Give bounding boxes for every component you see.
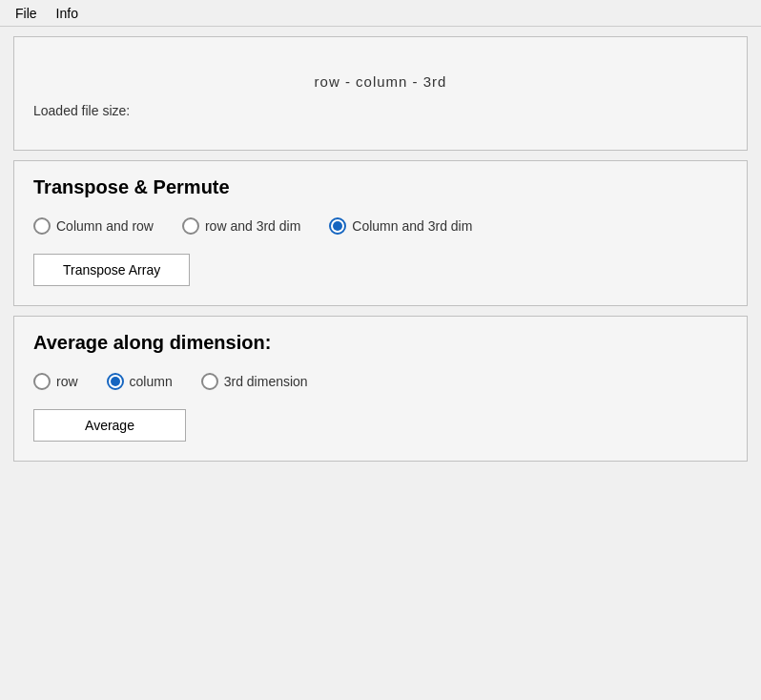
- average-radio-3rd-outer: [201, 373, 218, 390]
- transpose-radio-col-3rd-inner: [333, 221, 342, 231]
- transpose-radio-group: Column and row row and 3rd dim Column an…: [33, 217, 728, 235]
- transpose-radio-col-3rd-outer: [329, 217, 346, 235]
- transpose-radio-col-row[interactable]: Column and row: [33, 217, 154, 235]
- loaded-file-size-label: Loaded file size:: [33, 103, 130, 118]
- dimension-label: row - column - 3rd: [33, 73, 728, 90]
- transpose-title: Transpose & Permute: [33, 176, 728, 198]
- transpose-radio-col-3rd-label: Column and 3rd dim: [352, 218, 472, 234]
- transpose-radio-row-3rd[interactable]: row and 3rd dim: [182, 217, 300, 235]
- transpose-radio-col-row-label: Column and row: [56, 218, 154, 234]
- average-radio-3rd-label: 3rd dimension: [224, 374, 308, 389]
- transpose-radio-col-row-outer: [33, 217, 51, 235]
- average-button[interactable]: Average: [33, 409, 186, 442]
- average-radio-col[interactable]: column: [107, 373, 173, 390]
- average-radio-col-inner: [111, 377, 120, 386]
- menu-file[interactable]: File: [6, 4, 47, 23]
- menu-info[interactable]: Info: [47, 4, 88, 23]
- transpose-button[interactable]: Transpose Array: [33, 254, 190, 286]
- transpose-radio-row-3rd-outer: [182, 217, 199, 235]
- transpose-radio-row-3rd-label: row and 3rd dim: [205, 218, 300, 234]
- main-content: row - column - 3rd Loaded file size: Tra…: [0, 27, 761, 471]
- average-radio-3rd[interactable]: 3rd dimension: [201, 373, 308, 390]
- average-section: Average along dimension: row column 3rd …: [13, 316, 748, 462]
- average-radio-row-outer: [33, 373, 51, 390]
- info-panel: row - column - 3rd Loaded file size:: [13, 36, 748, 151]
- average-radio-row-label: row: [56, 374, 78, 389]
- average-radio-group: row column 3rd dimension: [33, 373, 728, 390]
- average-radio-row[interactable]: row: [33, 373, 78, 390]
- transpose-section: Transpose & Permute Column and row row a…: [13, 160, 748, 306]
- average-radio-col-label: column: [130, 374, 173, 389]
- menubar: File Info: [0, 0, 761, 27]
- transpose-radio-col-3rd[interactable]: Column and 3rd dim: [329, 217, 472, 235]
- average-radio-col-outer: [107, 373, 124, 390]
- average-title: Average along dimension:: [33, 332, 728, 354]
